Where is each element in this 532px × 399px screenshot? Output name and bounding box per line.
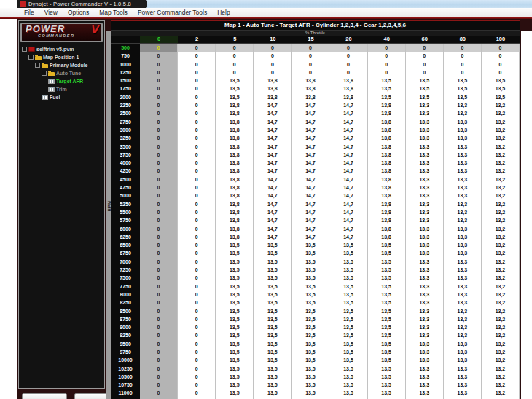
table-row: 87500013,513,513,513,513,513,313,313,2 xyxy=(111,315,520,323)
right-margin xyxy=(521,31,532,399)
column-header-80[interactable]: 80 xyxy=(444,36,482,43)
collapse-icon[interactable]: - xyxy=(22,47,27,52)
table-row: 92500013,513,513,513,513,513,313,313,2 xyxy=(111,331,520,339)
tree-item-label: Auto Tune xyxy=(56,71,81,76)
footer-button-left[interactable] xyxy=(22,393,67,399)
table-row: 52500013,814,714,714,713,813,313,313,2 xyxy=(111,200,520,208)
table-area: Map 1 - Auto Tune - Target AFR - Cylinde… xyxy=(111,20,520,399)
tree-item-label: selftrim v5.pvm xyxy=(36,47,74,52)
table-row: 85000013,513,513,513,513,513,313,313,2 xyxy=(111,307,520,315)
table-row: 45000013,814,714,714,713,813,313,313,2 xyxy=(111,175,520,183)
throttle-axis-label: % Throttle xyxy=(111,31,520,36)
column-header-5[interactable]: 5 xyxy=(216,36,254,43)
menu-map-tools[interactable]: Map Tools xyxy=(94,8,133,17)
tree-item-auto-tune[interactable]: -Auto Tune xyxy=(19,69,104,77)
table-row: 62500013,814,714,714,713,813,313,313,2 xyxy=(111,233,520,241)
table-row: 7500000000000 xyxy=(111,52,520,60)
folder-icon xyxy=(35,56,42,60)
tree-item-selftrim-v5-pvm[interactable]: -selftrim v5.pvm xyxy=(19,45,104,53)
table-row: 47500013,814,714,714,713,813,313,313,2 xyxy=(111,183,520,191)
collapse-icon[interactable]: - xyxy=(35,63,40,68)
column-header-60[interactable]: 60 xyxy=(406,36,444,43)
logo-power-text: POWER xyxy=(26,23,65,34)
column-header-40[interactable]: 40 xyxy=(368,36,406,43)
table-row: 75000013,513,513,513,513,513,313,313,2 xyxy=(111,274,520,282)
app-icon xyxy=(20,1,26,7)
folder-icon xyxy=(42,64,48,68)
table-row: 77500013,513,513,513,513,513,313,313,2 xyxy=(111,283,520,291)
tree-item-primary-module[interactable]: -Primary Module xyxy=(19,61,104,69)
table-row: 107500013,513,513,513,513,513,313,313,2 xyxy=(111,381,520,389)
column-header-row: 025101520406080100 xyxy=(111,36,520,44)
app-window: Dynojet - Power Commander V - 1.0.5.8 Fi… xyxy=(0,0,532,399)
tree-item-trim[interactable]: Trim xyxy=(19,85,104,93)
logo-v-text: V xyxy=(91,23,99,37)
column-header-20[interactable]: 20 xyxy=(329,36,367,43)
table-row: 12500000000000 xyxy=(111,68,520,76)
table-row: 82500013,513,513,513,513,513,313,313,2 xyxy=(111,299,520,307)
tree-item-label: Target AFR xyxy=(56,79,83,84)
map-table-icon xyxy=(42,95,48,100)
collapse-icon[interactable]: - xyxy=(28,55,34,60)
menu-options[interactable]: Options xyxy=(63,8,94,17)
table-row: 5000000000000 xyxy=(111,44,520,52)
table-row: 17500013,513,813,813,813,513,513,513,5 xyxy=(111,84,520,92)
table-row: 95000013,513,513,513,513,513,313,313,2 xyxy=(111,340,520,348)
table-row: 37500013,814,714,714,713,813,313,313,2 xyxy=(111,151,520,159)
menu-view[interactable]: View xyxy=(39,8,63,17)
collapse-icon[interactable]: - xyxy=(42,71,47,76)
table-row: 97500013,513,513,513,513,513,313,313,2 xyxy=(111,348,520,356)
table-row: 25000013,814,714,714,713,813,313,313,2 xyxy=(111,109,520,117)
tree-item-target-afr[interactable]: Target AFR xyxy=(19,77,104,85)
titlebar-chip: Dynojet - Power Commander V - 1.0.5.8 xyxy=(17,0,147,8)
power-commander-logo: POWER V COMMANDER xyxy=(20,23,103,42)
table-row: 20000013,513,813,813,813,513,513,513,5 xyxy=(111,93,520,101)
tree-item-label: Trim xyxy=(56,87,67,92)
folder-icon xyxy=(48,72,55,76)
table-row: 35000013,814,714,714,713,813,313,313,2 xyxy=(111,143,520,151)
menu-help[interactable]: Help xyxy=(212,8,235,17)
map-tree: -selftrim v5.pvm-Map Position 1-Primary … xyxy=(19,45,104,101)
column-header-15[interactable]: 15 xyxy=(292,36,329,43)
device-icon xyxy=(28,47,35,52)
table-row: 110000013,513,513,513,513,513,313,313,2 xyxy=(111,389,520,397)
logo-commander-text: COMMANDER xyxy=(38,33,74,38)
table-row: 100000013,513,513,513,513,513,313,313,2 xyxy=(111,356,520,364)
table-row: 65000013,513,513,513,513,513,313,313,2 xyxy=(111,241,520,249)
column-header-0[interactable]: 0 xyxy=(140,36,178,43)
column-header-10[interactable]: 10 xyxy=(254,36,292,43)
table-row: 90000013,513,513,513,513,513,313,313,2 xyxy=(111,323,520,331)
tree-item-label: Map Position 1 xyxy=(43,55,79,60)
table-row: 32500013,814,714,714,713,813,313,313,2 xyxy=(111,134,520,142)
corner-cell xyxy=(111,36,140,43)
table-row: 70000013,513,513,513,513,513,313,313,2 xyxy=(111,258,520,266)
column-header-2[interactable]: 2 xyxy=(178,36,216,43)
map-header-title: Map 1 - Auto Tune - Target AFR - Cylinde… xyxy=(111,20,520,31)
table-row: 80000013,513,513,513,513,513,313,313,2 xyxy=(111,291,520,299)
map-table-icon xyxy=(48,79,55,84)
menu-file[interactable]: File xyxy=(19,8,39,17)
table-row: 102500013,513,513,513,513,513,313,313,2 xyxy=(111,365,520,373)
window-titlebar: Dynojet - Power Commander V - 1.0.5.8 xyxy=(17,0,532,8)
tree-item-map-position-1[interactable]: -Map Position 1 xyxy=(19,53,104,61)
sidebar-panel: POWER V COMMANDER -selftrim v5.pvm-Map P… xyxy=(18,20,105,389)
column-header-100[interactable]: 100 xyxy=(482,36,520,43)
table-row: 57500013,814,714,714,713,813,313,313,2 xyxy=(111,216,520,224)
table-row: 22500013,814,714,714,713,813,313,313,2 xyxy=(111,101,520,109)
map-table-icon xyxy=(48,87,55,92)
tree-item-label: Fuel xyxy=(50,95,60,100)
table-row: 40000013,814,714,714,713,813,313,313,2 xyxy=(111,159,520,167)
main-content: POWER V COMMANDER -selftrim v5.pvm-Map P… xyxy=(17,19,532,399)
table-row: 42500013,814,714,714,713,813,313,313,2 xyxy=(111,167,520,175)
table-row: 15000013,513,813,813,813,513,513,513,5 xyxy=(111,76,520,84)
window-title: Dynojet - Power Commander V - 1.0.5.8 xyxy=(28,1,131,7)
menu-bar: FileViewOptionsMap ToolsPower Commander … xyxy=(0,8,532,17)
tree-item-fuel[interactable]: Fuel xyxy=(19,93,104,101)
table-row: 60000013,814,714,714,713,813,313,313,2 xyxy=(111,225,520,233)
table-row: 27500013,814,714,714,713,813,313,313,2 xyxy=(111,118,520,126)
table-rows: 5000000000000750000000000010000000000000… xyxy=(111,44,520,399)
tree-item-label: Primary Module xyxy=(50,63,88,68)
menu-power-commander-tools[interactable]: Power Commander Tools xyxy=(133,8,212,17)
table-row: 55000013,814,714,714,713,813,313,313,2 xyxy=(111,208,520,216)
table-row: 10000000000000 xyxy=(111,60,520,68)
